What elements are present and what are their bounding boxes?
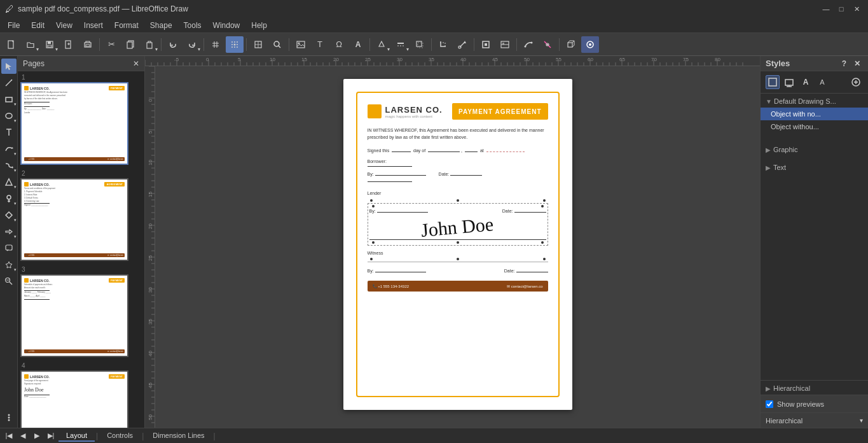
nav-next-button[interactable]: ▶: [31, 430, 43, 442]
print-button[interactable]: [79, 36, 97, 53]
page-thumb-4[interactable]: 4 LARSEN CO. PAYMENT Final page of the a…: [20, 362, 142, 428]
zoom-pan-tool[interactable]: [1, 274, 17, 289]
show-previews-checkbox[interactable]: [766, 400, 773, 408]
styles-list[interactable]: ▼ Default Drawing S... Object with no...…: [761, 94, 868, 380]
svg-rect-3: [48, 45, 52, 47]
page-thumb-1[interactable]: 1 LARSEN CO. PAYMENT IN WITNESS WHEREOF,…: [20, 74, 142, 165]
insert-text-button[interactable]: T: [311, 36, 329, 53]
style-item-2[interactable]: Object withou...: [761, 120, 868, 133]
menu-help[interactable]: Help: [246, 20, 272, 31]
nav-prev-button[interactable]: ◀: [17, 430, 29, 442]
canvas-scroll[interactable]: LARSEN CO. magic happens with content PA…: [155, 66, 760, 428]
frame-button[interactable]: [477, 36, 495, 53]
pan-button[interactable]: [249, 36, 267, 53]
drawing-styles-btn[interactable]: [766, 75, 780, 89]
signature-area[interactable]: By: Date: John Doe: [368, 203, 548, 246]
transform-button[interactable]: [453, 36, 471, 53]
tab-dimension-lines[interactable]: Dimension Lines: [145, 430, 212, 442]
line-tool[interactable]: [1, 75, 17, 90]
cut-button[interactable]: ✂: [102, 36, 120, 53]
undo-button[interactable]: [164, 36, 182, 53]
document-footer: 📞 +1 555 134-34322 ✉ contact@larsen.co: [368, 281, 548, 292]
redo-button[interactable]: ▾: [183, 36, 201, 53]
more-tools[interactable]: [1, 410, 17, 425]
line-style-button[interactable]: ▾: [392, 36, 410, 53]
menu-file[interactable]: File: [3, 20, 25, 31]
styles-close-button[interactable]: ✕: [851, 59, 863, 68]
page-image-3[interactable]: LARSEN CO. PAYMENT Schedule of payments …: [20, 274, 128, 357]
menu-window[interactable]: Window: [208, 20, 245, 31]
character-styles-btn[interactable]: A: [799, 75, 813, 89]
page-image-4[interactable]: LARSEN CO. PAYMENT Final page of the agr…: [20, 370, 128, 428]
handle-bm: [457, 241, 459, 244]
text-tool[interactable]: [1, 125, 17, 140]
open-button[interactable]: ▾: [22, 36, 39, 53]
styles-category-hierarchical[interactable]: ▶ Hierarchical: [761, 380, 868, 395]
copy-button[interactable]: [121, 36, 139, 53]
menu-insert[interactable]: Insert: [79, 20, 108, 31]
new-style-btn[interactable]: [849, 75, 863, 89]
flowchart-tool[interactable]: ▾: [1, 207, 17, 223]
svg-point-21: [234, 46, 235, 48]
styles-category-text[interactable]: ▶ Text: [761, 161, 868, 174]
styles-help-button[interactable]: ?: [839, 59, 849, 68]
tab-controls[interactable]: Controls: [99, 430, 141, 442]
rectangle-tool[interactable]: ▾: [1, 92, 17, 107]
crop-button[interactable]: [434, 36, 452, 53]
styles-category-default[interactable]: ▼ Default Drawing S...: [761, 95, 868, 108]
page-image-1[interactable]: LARSEN CO. PAYMENT IN WITNESS WHEREOF, t…: [20, 82, 128, 165]
grid-toggle[interactable]: [207, 36, 224, 53]
titlebar-controls[interactable]: — □ ✕: [820, 3, 863, 15]
points-button[interactable]: [520, 36, 537, 53]
menu-tools[interactable]: Tools: [179, 20, 207, 31]
new-button[interactable]: [3, 36, 20, 53]
styles-dropdown-bar[interactable]: Hierarchical ▾: [761, 412, 868, 428]
connector-tool[interactable]: ▾: [1, 158, 17, 173]
svg-point-19: [237, 44, 238, 45]
page-image-2[interactable]: LARSEN CO. AGREEMENT Terms and condition…: [20, 178, 128, 261]
insert-special-button[interactable]: Ω: [330, 36, 348, 53]
menu-shape[interactable]: Shape: [145, 20, 177, 31]
page-thumb-2[interactable]: 2 LARSEN CO. AGREEMENT Terms and conditi…: [20, 170, 142, 261]
insert-image-button[interactable]: [292, 36, 310, 53]
image-filter-button[interactable]: [496, 36, 514, 53]
numbering-styles-btn[interactable]: A: [815, 75, 829, 89]
toggle-extrusion-button[interactable]: [562, 36, 580, 53]
fontwork-button[interactable]: A: [349, 36, 367, 53]
shapes-tool[interactable]: ▾: [1, 174, 17, 190]
ellipse-tool[interactable]: ▾: [1, 108, 17, 123]
paste-button[interactable]: ▾: [141, 36, 158, 53]
presentation-styles-btn[interactable]: [782, 75, 796, 89]
pages-scroll[interactable]: 1 LARSEN CO. PAYMENT IN WITNESS WHEREOF,…: [18, 71, 144, 428]
maximize-button[interactable]: □: [835, 3, 848, 15]
fill-button[interactable]: ▾: [373, 36, 390, 53]
shadow-button[interactable]: [411, 36, 429, 53]
at-label: at: [480, 148, 485, 153]
page-thumb-3[interactable]: 3 LARSEN CO. PAYMENT Schedule of payment…: [20, 266, 142, 357]
arrows-tool[interactable]: ▾: [1, 224, 17, 239]
nav-first-button[interactable]: |◀: [3, 430, 15, 442]
menu-edit[interactable]: Edit: [26, 20, 50, 31]
styles-category-graphic[interactable]: ▶ Graphic: [761, 143, 868, 156]
minimize-button[interactable]: —: [820, 3, 832, 15]
comment-tool[interactable]: [1, 241, 17, 256]
nav-last-button[interactable]: ▶|: [45, 430, 57, 442]
style-item-1[interactable]: Object with no...: [761, 108, 868, 120]
save-button[interactable]: ▾: [41, 36, 59, 53]
menu-format[interactable]: Format: [109, 20, 144, 31]
tab-layout[interactable]: Layout: [59, 430, 95, 442]
star-tool[interactable]: ▾: [1, 257, 17, 272]
menu-view[interactable]: View: [51, 20, 78, 31]
category-default-label: Default Drawing S...: [774, 97, 836, 105]
close-button[interactable]: ✕: [850, 3, 863, 15]
styles-dropdown-arrow[interactable]: ▾: [860, 417, 863, 424]
active-tool-button[interactable]: [581, 36, 599, 53]
zoom-button[interactable]: [268, 36, 286, 53]
pages-close-button[interactable]: ✕: [133, 59, 139, 68]
snap-toggle[interactable]: [226, 36, 244, 53]
curve-tool[interactable]: ▾: [1, 141, 17, 157]
gluepoints-button[interactable]: [539, 36, 556, 53]
symbol-shapes-tool[interactable]: ▾: [1, 191, 17, 206]
export-button[interactable]: [60, 36, 78, 53]
select-tool[interactable]: [1, 59, 17, 74]
